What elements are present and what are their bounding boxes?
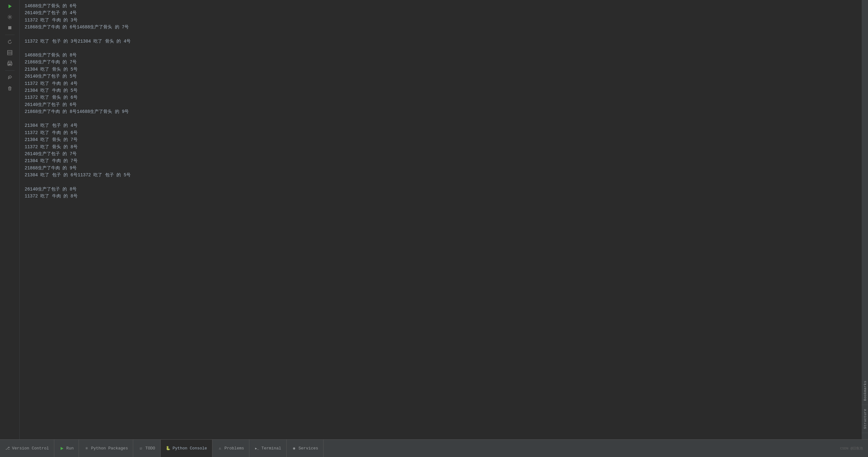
console-line: 21304 吃了 牛肉 的 7号 <box>25 157 857 164</box>
todo-label: TODO <box>145 446 155 451</box>
console-line: 14688生产了骨头 的 8号 <box>25 52 857 59</box>
svg-rect-3 <box>7 51 12 55</box>
problems-icon: ⚠ <box>217 446 222 451</box>
stop-button[interactable] <box>3 23 16 33</box>
run-icon <box>59 446 64 451</box>
console-line: 21304 吃了 包子 的 6号11372 吃了 包子 的 5号 <box>25 171 857 178</box>
delete-button[interactable] <box>3 83 16 93</box>
console-line: 26140生产了包子 的 7号 <box>25 151 857 157</box>
todo-tab[interactable]: ☑ TODO <box>133 439 160 457</box>
console-line: 11372 吃了 骨头 的 8号 <box>25 143 857 151</box>
left-toolbar <box>0 0 20 439</box>
console-line: 14688生产了骨头 的 6号 <box>25 2 857 9</box>
console-line: 21304 吃了 牛肉 的 5号 <box>25 87 857 94</box>
svg-rect-7 <box>8 64 11 64</box>
svg-point-1 <box>9 17 10 18</box>
console-line: 21304 吃了 包子 的 4号 <box>25 122 857 129</box>
problems-label: Problems <box>224 446 244 451</box>
console-line: 11372 吃了 骨头 的 6号 <box>25 94 857 101</box>
console-line: 21304 吃了 骨头 的 7号 <box>25 136 857 143</box>
console-line: 21868生产了牛肉 的 8号14688生产了骨头 的 9号 <box>25 108 857 115</box>
version-control-icon: ⎇ <box>5 446 10 451</box>
bookmarks-label[interactable]: Bookmarks <box>862 377 868 405</box>
console-line: 26140生产了包子 的 8号 <box>25 186 857 193</box>
services-tab[interactable]: ◉ Services <box>287 439 323 457</box>
python-packages-icon: ≡ <box>84 446 89 451</box>
todo-icon: ☑ <box>138 446 143 451</box>
pin-button[interactable] <box>3 72 16 83</box>
services-icon: ◉ <box>292 446 297 451</box>
structure-label[interactable]: Structure <box>862 405 868 433</box>
corner-text: CSDN @旧鱼池 <box>840 446 868 451</box>
terminal-icon: ▶_ <box>254 446 259 451</box>
compare-button[interactable] <box>3 47 16 58</box>
terminal-label: Terminal <box>261 446 281 451</box>
rerun-button[interactable] <box>3 37 16 47</box>
console-line: 11372 吃了 牛肉 的 8号 <box>25 193 857 200</box>
status-bar: ⎇ Version Control Run ≡ Python Packages … <box>0 439 868 457</box>
console-line: 11372 吃了 牛肉 的 4号 <box>25 80 857 87</box>
console-line: 21868生产了牛肉 的 9号 <box>25 165 857 171</box>
console-line: 21868生产了牛肉 的 7号 <box>25 59 857 66</box>
run-label: Run <box>66 446 73 451</box>
console-line: 11372 吃了 牛肉 的 6号 <box>25 129 857 136</box>
version-control-label: Version Control <box>12 446 49 451</box>
python-packages-tab[interactable]: ≡ Python Packages <box>79 439 133 457</box>
side-labels: Bookmarks Structure <box>862 0 868 439</box>
svg-rect-2 <box>8 26 11 29</box>
version-control-tab[interactable]: ⎇ Version Control <box>0 439 54 457</box>
svg-marker-12 <box>61 447 63 450</box>
console-line: 26140生产了包子 的 5号 <box>25 73 857 80</box>
terminal-tab[interactable]: ▶_ Terminal <box>249 439 286 457</box>
run-tab[interactable]: Run <box>54 439 79 457</box>
python-console-tab[interactable]: 🐍 Python Console <box>161 439 212 457</box>
console-line: 21304 吃了 骨头 的 5号 <box>25 66 857 73</box>
settings-button[interactable] <box>3 12 16 22</box>
svg-marker-0 <box>8 4 12 8</box>
console-line: 11372 吃了 包子 的 3号21304 吃了 骨头 的 4号 <box>25 38 857 45</box>
console-line: 11372 吃了 牛肉 的 3号 <box>25 17 857 24</box>
console-line: 26140生产了包子 的 6号 <box>25 101 857 108</box>
console-output: 14688生产了骨头 的 6号26140生产了包子 的 4号11372 吃了 牛… <box>20 0 862 439</box>
print-button[interactable] <box>3 58 16 68</box>
python-console-icon: 🐍 <box>166 446 171 451</box>
svg-rect-8 <box>8 65 10 65</box>
python-console-label: Python Console <box>173 446 207 451</box>
python-packages-label: Python Packages <box>91 446 128 451</box>
services-label: Services <box>299 446 318 451</box>
problems-tab[interactable]: ⚠ Problems <box>212 439 249 457</box>
console-line: 26140生产了包子 的 4号 <box>25 9 857 17</box>
console-line: 21868生产了牛肉 的 6号14688生产了骨头 的 7号 <box>25 24 857 31</box>
main-area: 14688生产了骨头 的 6号26140生产了包子 的 4号11372 吃了 牛… <box>0 0 868 439</box>
toolbar-separator-2 <box>5 70 14 71</box>
toolbar-separator-1 <box>5 35 14 35</box>
run-button[interactable] <box>3 1 16 11</box>
